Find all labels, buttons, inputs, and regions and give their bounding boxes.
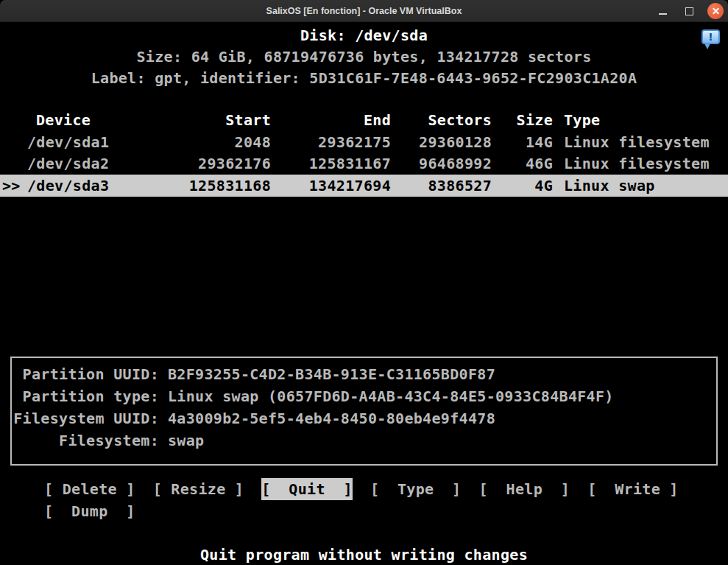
filesystem-uuid-value: 4a3009b2-5ef5-4eb4-8450-80eb4e9f4478 [168, 407, 495, 429]
partition-type-line: Partition type: Linux swap (0657FD6D-A4A… [12, 385, 716, 407]
cell-type: Linux swap [564, 175, 728, 197]
header-sectors: Sectors [391, 109, 492, 131]
status-line: Quit program without writing changes [0, 544, 728, 565]
cell-sectors: 8386527 [391, 175, 492, 197]
header-type: Type [564, 109, 728, 131]
window-controls [654, 0, 724, 22]
cell-start: 29362176 [140, 152, 271, 175]
cell-device: /dev/sda2 [27, 152, 140, 175]
delete-button[interactable]: [ Delete ] [44, 478, 135, 500]
menu-row-1: [ Delete ] [ Resize ] [ Quit ] [ Type ] … [44, 478, 679, 500]
selection-marker: >> [0, 175, 27, 197]
write-button[interactable]: [ Write ] [587, 478, 679, 500]
help-button[interactable]: [ Help ] [479, 478, 570, 500]
cell-start: 2048 [140, 131, 271, 153]
partition-uuid-value: B2F93255-C4D2-B34B-913E-C31165BD0F87 [168, 363, 495, 385]
table-header: Device Start End Sectors Size Type [0, 109, 728, 131]
partition-uuid-label: Partition UUID: [12, 363, 159, 385]
partition-type-label: Partition type: [12, 385, 159, 407]
resize-button[interactable]: [ Resize ] [153, 478, 244, 500]
cell-start: 125831168 [140, 175, 271, 197]
table-row[interactable]: /dev/sda2 29362176 125831167 96468992 46… [0, 152, 728, 175]
virtualbox-window: SalixOS [En fonction] - Oracle VM Virtua… [0, 0, 728, 565]
cell-end: 134217694 [271, 175, 391, 197]
cell-size: 14G [492, 131, 553, 153]
vbox-notification-icon[interactable]: ! [702, 29, 720, 51]
header-device: Device [27, 109, 140, 131]
type-button[interactable]: [ Type ] [370, 478, 462, 500]
window-title: SalixOS [En fonction] - Oracle VM Virtua… [266, 6, 462, 16]
filesystem-line: Filesystem: swap [12, 429, 716, 452]
notification-bubble-tail [704, 43, 710, 49]
cell-type: Linux filesystem [564, 131, 728, 153]
filesystem-uuid-line: Filesystem UUID: 4a3009b2-5ef5-4eb4-8450… [12, 407, 716, 429]
cell-device: /dev/sda3 [27, 175, 140, 197]
header-end: End [271, 109, 391, 131]
minimize-icon [659, 13, 667, 15]
header-start: Start [140, 109, 271, 131]
disk-size-line: Size: 64 GiB, 68719476736 bytes, 1342177… [0, 46, 728, 68]
cell-sectors: 96468992 [391, 152, 492, 175]
disk-title: Disk: /dev/sda [0, 24, 728, 46]
cfdisk-terminal[interactable]: Disk: /dev/sda Size: 64 GiB, 68719476736… [0, 22, 728, 565]
minimize-button[interactable] [654, 3, 671, 19]
cell-size: 46G [492, 152, 553, 175]
close-button[interactable] [707, 3, 724, 19]
maximize-button[interactable] [681, 3, 697, 19]
cell-sectors: 29360128 [391, 131, 492, 153]
disk-label-line: Label: gpt, identifier: 5D31C61F-7E48-64… [0, 67, 728, 89]
header-size: Size [492, 109, 553, 131]
maximize-icon [685, 7, 693, 15]
partition-type-value: Linux swap (0657FD6D-A4AB-43C4-84E5-0933… [168, 385, 614, 407]
cell-device: /dev/sda1 [27, 131, 140, 153]
partition-info-box: Partition UUID: B2F93255-C4D2-B34B-913E-… [10, 357, 718, 466]
notification-bubble-icon: ! [702, 29, 720, 44]
cell-type: Linux filesystem [564, 152, 728, 175]
filesystem-value: swap [168, 429, 204, 452]
cell-end: 29362175 [271, 131, 391, 153]
quit-button[interactable]: [ Quit ] [261, 478, 353, 500]
dump-button[interactable]: [ Dump ] [44, 500, 135, 522]
titlebar[interactable]: SalixOS [En fonction] - Oracle VM Virtua… [0, 0, 728, 22]
cell-end: 125831167 [271, 152, 391, 175]
filesystem-label: Filesystem: [12, 429, 159, 452]
table-row[interactable]: /dev/sda1 2048 29362175 29360128 14G Lin… [0, 131, 728, 153]
menu-row-2: [ Dump ] [44, 500, 135, 522]
cell-size: 4G [492, 175, 553, 197]
filesystem-uuid-label: Filesystem UUID: [12, 407, 159, 429]
table-row-selected[interactable]: >> /dev/sda3 125831168 134217694 8386527… [0, 175, 728, 197]
partition-uuid-line: Partition UUID: B2F93255-C4D2-B34B-913E-… [12, 363, 716, 385]
